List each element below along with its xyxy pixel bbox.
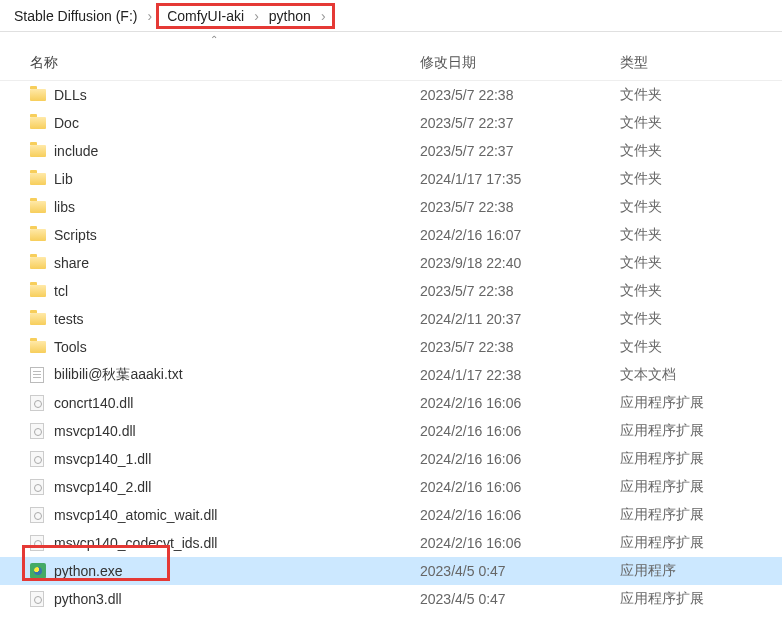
dll-icon <box>30 479 44 495</box>
txt-icon <box>30 367 44 383</box>
file-date: 2023/5/7 22:38 <box>420 87 620 103</box>
file-name: python3.dll <box>54 591 420 607</box>
file-name: msvcp140_codecvt_ids.dll <box>54 535 420 551</box>
file-date: 2024/2/11 20:37 <box>420 311 620 327</box>
file-type: 应用程序扩展 <box>620 506 760 524</box>
file-name: tests <box>54 311 420 327</box>
file-name: Scripts <box>54 227 420 243</box>
folder-icon <box>30 229 46 241</box>
breadcrumb-seg1[interactable]: ComfyUI-aki <box>161 6 250 26</box>
file-date: 2024/2/16 16:07 <box>420 227 620 243</box>
file-row[interactable]: msvcp140_atomic_wait.dll2024/2/16 16:06应… <box>0 501 782 529</box>
dll-icon <box>30 591 44 607</box>
file-type: 文件夹 <box>620 226 760 244</box>
header-date[interactable]: 修改日期 <box>420 54 620 72</box>
file-type: 应用程序扩展 <box>620 450 760 468</box>
file-row[interactable]: DLLs2023/5/7 22:38文件夹 <box>0 81 782 109</box>
chevron-right-icon: › <box>317 8 330 24</box>
dll-icon <box>30 395 44 411</box>
file-date: 2024/2/16 16:06 <box>420 451 620 467</box>
file-date: 2023/5/7 22:37 <box>420 115 620 131</box>
dll-icon <box>30 535 44 551</box>
folder-icon <box>30 201 46 213</box>
file-row[interactable]: Lib2024/1/17 17:35文件夹 <box>0 165 782 193</box>
file-row[interactable]: share2023/9/18 22:40文件夹 <box>0 249 782 277</box>
column-headers: 名称 修改日期 类型 <box>0 46 782 81</box>
file-date: 2023/4/5 0:47 <box>420 591 620 607</box>
file-type: 文件夹 <box>620 338 760 356</box>
file-row[interactable]: msvcp140_codecvt_ids.dll2024/2/16 16:06应… <box>0 529 782 557</box>
folder-icon <box>30 313 46 325</box>
caret-up-icon: ⌃ <box>210 34 218 45</box>
file-row[interactable]: include2023/5/7 22:37文件夹 <box>0 137 782 165</box>
file-row[interactable]: python.exe2023/4/5 0:47应用程序 <box>0 557 782 585</box>
file-type: 应用程序扩展 <box>620 422 760 440</box>
file-list: DLLs2023/5/7 22:38文件夹Doc2023/5/7 22:37文件… <box>0 81 782 613</box>
file-name: libs <box>54 199 420 215</box>
file-row[interactable]: libs2023/5/7 22:38文件夹 <box>0 193 782 221</box>
file-date: 2023/4/5 0:47 <box>420 563 620 579</box>
file-type: 文件夹 <box>620 254 760 272</box>
file-row[interactable]: tcl2023/5/7 22:38文件夹 <box>0 277 782 305</box>
folder-icon <box>30 285 46 297</box>
file-row[interactable]: msvcp140_2.dll2024/2/16 16:06应用程序扩展 <box>0 473 782 501</box>
breadcrumb-highlight: ComfyUI-aki › python › <box>156 3 334 29</box>
file-type: 文件夹 <box>620 114 760 132</box>
file-date: 2023/5/7 22:38 <box>420 339 620 355</box>
file-row[interactable]: msvcp140_1.dll2024/2/16 16:06应用程序扩展 <box>0 445 782 473</box>
folder-icon <box>30 341 46 353</box>
file-type: 文件夹 <box>620 198 760 216</box>
file-name: tcl <box>54 283 420 299</box>
file-date: 2023/5/7 22:37 <box>420 143 620 159</box>
file-row[interactable]: concrt140.dll2024/2/16 16:06应用程序扩展 <box>0 389 782 417</box>
file-date: 2024/1/17 17:35 <box>420 171 620 187</box>
file-type: 应用程序扩展 <box>620 590 760 608</box>
file-row[interactable]: python3.dll2023/4/5 0:47应用程序扩展 <box>0 585 782 613</box>
breadcrumb-root[interactable]: Stable Diffusion (F:) <box>8 6 143 26</box>
file-date: 2024/2/16 16:06 <box>420 507 620 523</box>
dll-icon <box>30 507 44 523</box>
header-name[interactable]: 名称 <box>30 54 420 72</box>
folder-icon <box>30 117 46 129</box>
file-name: Tools <box>54 339 420 355</box>
dll-icon <box>30 423 44 439</box>
header-type[interactable]: 类型 <box>620 54 760 72</box>
folder-icon <box>30 257 46 269</box>
chevron-right-icon: › <box>143 8 156 24</box>
file-type: 文本文档 <box>620 366 760 384</box>
file-date: 2023/5/7 22:38 <box>420 283 620 299</box>
file-row[interactable]: msvcp140.dll2024/2/16 16:06应用程序扩展 <box>0 417 782 445</box>
exe-icon <box>30 563 46 579</box>
breadcrumb[interactable]: Stable Diffusion (F:) › ComfyUI-aki › py… <box>0 0 782 32</box>
file-type: 文件夹 <box>620 282 760 300</box>
file-type: 应用程序 <box>620 562 760 580</box>
file-date: 2023/5/7 22:38 <box>420 199 620 215</box>
file-type: 文件夹 <box>620 86 760 104</box>
folder-icon <box>30 89 46 101</box>
file-row[interactable]: Tools2023/5/7 22:38文件夹 <box>0 333 782 361</box>
file-type: 文件夹 <box>620 310 760 328</box>
file-name: msvcp140_2.dll <box>54 479 420 495</box>
file-name: msvcp140_1.dll <box>54 451 420 467</box>
breadcrumb-seg2[interactable]: python <box>263 6 317 26</box>
file-date: 2024/2/16 16:06 <box>420 479 620 495</box>
file-type: 应用程序扩展 <box>620 478 760 496</box>
file-type: 应用程序扩展 <box>620 394 760 412</box>
file-name: Doc <box>54 115 420 131</box>
file-name: bilibili@秋葉aaaki.txt <box>54 366 420 384</box>
file-name: DLLs <box>54 87 420 103</box>
file-row[interactable]: bilibili@秋葉aaaki.txt2024/1/17 22:38文本文档 <box>0 361 782 389</box>
file-date: 2024/2/16 16:06 <box>420 395 620 411</box>
file-name: include <box>54 143 420 159</box>
file-row[interactable]: Doc2023/5/7 22:37文件夹 <box>0 109 782 137</box>
file-name: msvcp140_atomic_wait.dll <box>54 507 420 523</box>
file-type: 文件夹 <box>620 142 760 160</box>
file-date: 2023/9/18 22:40 <box>420 255 620 271</box>
file-name: share <box>54 255 420 271</box>
file-row[interactable]: Scripts2024/2/16 16:07文件夹 <box>0 221 782 249</box>
file-name: python.exe <box>54 563 420 579</box>
folder-icon <box>30 173 46 185</box>
file-type: 文件夹 <box>620 170 760 188</box>
file-name: Lib <box>54 171 420 187</box>
file-row[interactable]: tests2024/2/11 20:37文件夹 <box>0 305 782 333</box>
